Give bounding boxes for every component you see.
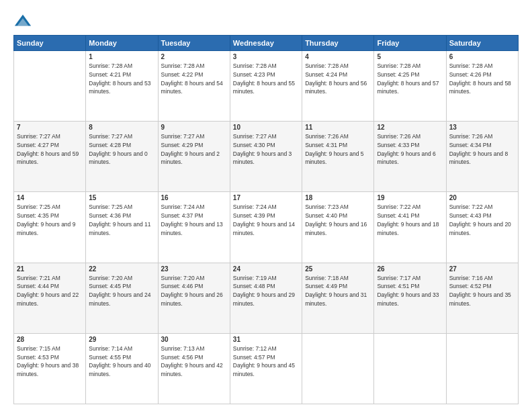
daylight: Daylight: 9 hours and 42 minutes.	[161, 362, 223, 377]
day-info: Sunrise: 7:21 AM Sunset: 4:44 PM Dayligh…	[17, 274, 83, 308]
day-number: 7	[17, 124, 83, 131]
sunrise: Sunrise: 7:28 AM	[377, 62, 420, 69]
day-number: 14	[17, 194, 83, 201]
day-cell: 9 Sunrise: 7:27 AM Sunset: 4:29 PM Dayli…	[158, 122, 230, 192]
day-number: 8	[89, 124, 154, 131]
day-cell: 1 Sunrise: 7:28 AM Sunset: 4:21 PM Dayli…	[86, 51, 158, 122]
daylight: Daylight: 9 hours and 6 minutes.	[377, 150, 435, 166]
sunset: Sunset: 4:57 PM	[233, 354, 275, 361]
day-info: Sunrise: 7:25 AM Sunset: 4:35 PM Dayligh…	[17, 203, 83, 237]
day-number: 23	[161, 265, 227, 273]
day-info: Sunrise: 7:28 AM Sunset: 4:22 PM Dayligh…	[161, 62, 227, 96]
day-cell: 3 Sunrise: 7:28 AM Sunset: 4:23 PM Dayli…	[230, 51, 302, 122]
day-number: 15	[89, 194, 154, 201]
day-info: Sunrise: 7:27 AM Sunset: 4:27 PM Dayligh…	[17, 132, 83, 167]
daylight: Daylight: 9 hours and 8 minutes.	[449, 150, 508, 166]
sunrise: Sunrise: 7:28 AM	[449, 62, 493, 69]
daylight: Daylight: 9 hours and 31 minutes.	[305, 291, 367, 307]
day-info: Sunrise: 7:28 AM Sunset: 4:23 PM Dayligh…	[233, 62, 299, 96]
sunrise: Sunrise: 7:22 AM	[449, 203, 493, 210]
week-row-4: 21 Sunrise: 7:21 AM Sunset: 4:44 PM Dayl…	[14, 263, 519, 333]
day-cell: 6 Sunrise: 7:28 AM Sunset: 4:26 PM Dayli…	[446, 51, 518, 122]
sunrise: Sunrise: 7:21 AM	[17, 275, 60, 281]
daylight: Daylight: 9 hours and 14 minutes.	[233, 221, 295, 236]
sunrise: Sunrise: 7:26 AM	[449, 133, 493, 140]
daylight: Daylight: 8 hours and 58 minutes.	[449, 80, 511, 95]
daylight: Daylight: 9 hours and 13 minutes.	[161, 221, 223, 236]
sunset: Sunset: 4:29 PM	[161, 142, 204, 148]
sunrise: Sunrise: 7:27 AM	[161, 133, 205, 140]
daylight: Daylight: 9 hours and 33 minutes.	[377, 291, 439, 307]
sunset: Sunset: 4:27 PM	[17, 142, 59, 148]
day-number: 24	[233, 265, 299, 273]
sunrise: Sunrise: 7:12 AM	[233, 345, 277, 352]
logo	[13, 12, 35, 31]
day-number: 10	[233, 124, 299, 131]
daylight: Daylight: 9 hours and 24 minutes.	[89, 291, 150, 307]
day-number: 17	[233, 194, 299, 201]
sunset: Sunset: 4:28 PM	[89, 142, 131, 148]
calendar-table: SundayMondayTuesdayWednesdayThursdayFrid…	[13, 35, 519, 404]
daylight: Daylight: 9 hours and 16 minutes.	[305, 221, 367, 236]
daylight: Daylight: 8 hours and 54 minutes.	[161, 80, 223, 95]
daylight: Daylight: 9 hours and 11 minutes.	[89, 221, 150, 236]
day-number: 18	[305, 194, 371, 201]
sunset: Sunset: 4:25 PM	[377, 71, 419, 78]
day-cell: 18 Sunrise: 7:23 AM Sunset: 4:40 PM Dayl…	[302, 192, 374, 263]
daylight: Daylight: 9 hours and 18 minutes.	[377, 221, 439, 236]
sunrise: Sunrise: 7:25 AM	[17, 203, 60, 210]
sunset: Sunset: 4:51 PM	[377, 283, 419, 289]
sunset: Sunset: 4:43 PM	[449, 212, 492, 219]
day-cell: 10 Sunrise: 7:27 AM Sunset: 4:30 PM Dayl…	[230, 122, 302, 192]
day-number: 3	[233, 53, 299, 60]
day-cell: 11 Sunrise: 7:26 AM Sunset: 4:31 PM Dayl…	[302, 122, 374, 192]
weekday-header-thursday: Thursday	[302, 36, 374, 51]
sunset: Sunset: 4:34 PM	[449, 142, 492, 148]
sunset: Sunset: 4:24 PM	[305, 71, 347, 78]
sunrise: Sunrise: 7:25 AM	[89, 203, 132, 210]
day-info: Sunrise: 7:28 AM Sunset: 4:24 PM Dayligh…	[305, 62, 371, 96]
day-info: Sunrise: 7:12 AM Sunset: 4:57 PM Dayligh…	[233, 345, 299, 379]
day-cell: 24 Sunrise: 7:19 AM Sunset: 4:48 PM Dayl…	[230, 263, 302, 333]
day-cell: 22 Sunrise: 7:20 AM Sunset: 4:45 PM Dayl…	[86, 263, 158, 333]
day-info: Sunrise: 7:27 AM Sunset: 4:30 PM Dayligh…	[233, 132, 299, 167]
sunset: Sunset: 4:30 PM	[233, 142, 275, 148]
day-cell	[374, 333, 446, 404]
day-number: 5	[377, 53, 443, 60]
daylight: Daylight: 9 hours and 0 minutes.	[89, 150, 147, 166]
day-number: 9	[161, 124, 227, 131]
sunrise: Sunrise: 7:18 AM	[305, 275, 349, 281]
daylight: Daylight: 9 hours and 26 minutes.	[161, 291, 223, 307]
day-info: Sunrise: 7:15 AM Sunset: 4:53 PM Dayligh…	[17, 345, 83, 379]
daylight: Daylight: 9 hours and 45 minutes.	[233, 362, 295, 377]
weekday-header-tuesday: Tuesday	[158, 36, 230, 51]
sunrise: Sunrise: 7:22 AM	[377, 203, 420, 210]
sunrise: Sunrise: 7:17 AM	[377, 275, 420, 281]
sunset: Sunset: 4:53 PM	[17, 354, 59, 361]
day-cell: 7 Sunrise: 7:27 AM Sunset: 4:27 PM Dayli…	[14, 122, 86, 192]
weekday-header-sunday: Sunday	[14, 36, 86, 51]
week-row-1: 1 Sunrise: 7:28 AM Sunset: 4:21 PM Dayli…	[14, 51, 519, 122]
day-number: 12	[377, 124, 443, 131]
day-info: Sunrise: 7:16 AM Sunset: 4:52 PM Dayligh…	[449, 274, 515, 308]
day-number: 26	[377, 265, 443, 273]
sunset: Sunset: 4:45 PM	[89, 283, 131, 289]
day-number: 2	[161, 53, 227, 60]
day-cell: 27 Sunrise: 7:16 AM Sunset: 4:52 PM Dayl…	[446, 263, 518, 333]
sunset: Sunset: 4:55 PM	[89, 354, 131, 361]
day-info: Sunrise: 7:22 AM Sunset: 4:41 PM Dayligh…	[377, 203, 443, 237]
day-info: Sunrise: 7:17 AM Sunset: 4:51 PM Dayligh…	[377, 274, 443, 308]
daylight: Daylight: 9 hours and 29 minutes.	[233, 291, 295, 307]
day-number: 16	[161, 194, 227, 201]
sunset: Sunset: 4:21 PM	[89, 71, 131, 78]
daylight: Daylight: 8 hours and 56 minutes.	[305, 80, 367, 95]
sunset: Sunset: 4:46 PM	[161, 283, 204, 289]
sunset: Sunset: 4:39 PM	[233, 212, 275, 219]
daylight: Daylight: 8 hours and 55 minutes.	[233, 80, 295, 95]
page: SundayMondayTuesdayWednesdayThursdayFrid…	[0, 0, 532, 411]
day-number: 27	[449, 265, 515, 273]
week-row-3: 14 Sunrise: 7:25 AM Sunset: 4:35 PM Dayl…	[14, 192, 519, 263]
sunrise: Sunrise: 7:28 AM	[89, 62, 132, 69]
day-number: 31	[233, 336, 299, 343]
sunrise: Sunrise: 7:19 AM	[233, 275, 277, 281]
